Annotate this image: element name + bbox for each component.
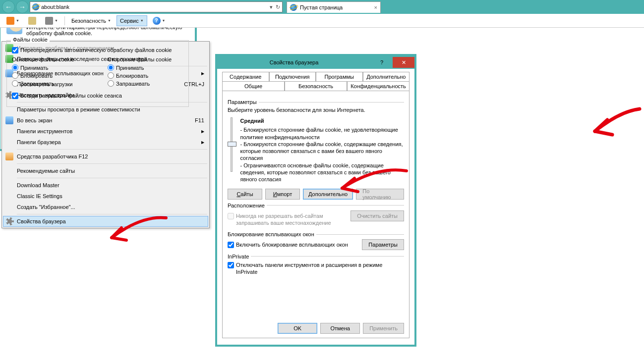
col2-heading: Сторонние файлы cookie — [108, 56, 183, 62]
help-button[interactable]: ?▼ — [149, 15, 169, 26]
tab-advanced[interactable]: Дополнительно — [363, 72, 410, 82]
menu-item-label: Панели браузера — [17, 139, 61, 145]
print-button[interactable]: ▼ — [42, 15, 61, 26]
dialog-title: Свойства браузера — [217, 59, 371, 65]
back-button[interactable]: ← — [2, 0, 15, 13]
menu-item[interactable]: Download Master — [3, 180, 208, 191]
menu-item-icon — [5, 116, 13, 124]
menu-item-label: Панели инструментов — [17, 128, 72, 134]
address-icons: ▾ ↻ — [270, 4, 280, 10]
menu-item[interactable]: Рекомендуемые сайты — [3, 165, 208, 176]
menu-item-label: Download Master — [17, 182, 59, 188]
help-icon: ? — [153, 17, 161, 25]
menu-item[interactable]: Свойства браузера — [3, 216, 208, 227]
cookies-fieldset: Файлы cookie Переопределить автоматическ… — [6, 40, 189, 107]
fp-block-radio[interactable]: Блокировать — [12, 72, 88, 79]
forward-button[interactable]: → — [16, 0, 29, 13]
fieldset-legend: Файлы cookie — [11, 37, 50, 43]
feeds-button[interactable]: ▼ — [3, 15, 23, 26]
ie-logo-icon — [32, 3, 39, 10]
close-icon[interactable]: × — [374, 4, 377, 10]
session-checkbox-input[interactable] — [12, 93, 18, 99]
popup-checkbox-input[interactable] — [228, 242, 234, 248]
menu-separator — [17, 163, 207, 164]
popup-checkbox[interactable]: Включить блокирование всплывающих окон — [228, 241, 358, 248]
override-checkbox[interactable]: Переопределить автоматическую обработку … — [12, 47, 183, 53]
third-party-column: Сторонние файлы cookie Принимать Блокиро… — [108, 56, 183, 88]
menu-item-icon — [5, 153, 13, 160]
menu-separator — [17, 178, 207, 178]
session-checkbox[interactable]: Всегда разрешать файлы cookie сеанса — [12, 92, 183, 99]
tp-accept-radio[interactable]: Принимать — [108, 64, 183, 71]
menu-item[interactable]: Classic IE Settings — [3, 191, 208, 202]
tab-row-2: Общие Безопасность Конфиденциальность — [222, 81, 410, 91]
read-mail-button[interactable] — [25, 15, 40, 26]
tab-programs[interactable]: Программы — [316, 72, 363, 82]
location-checkbox[interactable]: Никогда не разрешать веб-сайтам запрашив… — [228, 212, 347, 227]
popup-heading: Блокирование всплывающих окон — [228, 231, 404, 237]
help-button[interactable]: ? — [371, 57, 393, 68]
tab-security[interactable]: Безопасность — [285, 81, 347, 91]
submenu-arrow-icon: ▶ — [201, 140, 204, 145]
fp-ask-radio[interactable]: Запрашивать — [12, 80, 88, 87]
ok-button[interactable]: OK — [278, 323, 317, 334]
sites-button[interactable]: Сайты — [228, 189, 262, 200]
menu-item[interactable]: Панели браузера▶ — [3, 137, 208, 148]
params-hint: Выберите уровень безопасности для зоны И… — [228, 107, 404, 113]
override-checkbox-input[interactable] — [12, 47, 18, 53]
clear-sites-button[interactable]: Очистить сайты — [351, 210, 404, 221]
col1-heading: Основные файлы cookie — [12, 56, 88, 62]
menu-item[interactable]: Во весь экранF11 — [3, 115, 208, 126]
tab-content[interactable]: Содержание — [222, 72, 269, 82]
inprivate-checkbox-label: Отключать панели инструментов и расширен… — [236, 261, 404, 276]
location-checkbox-input[interactable] — [228, 213, 234, 219]
menu-item[interactable]: Создать "Избранное"... — [3, 202, 208, 212]
inprivate-checkbox[interactable]: Отключать панели инструментов и расширен… — [228, 261, 404, 276]
inprivate-checkbox-input[interactable] — [228, 262, 234, 268]
tp-ask-radio[interactable]: Запрашивать — [108, 80, 183, 87]
tab-general[interactable]: Общие — [222, 81, 285, 91]
address-row: ← → about:blank ▾ ↻ Пустая страница × — [0, 0, 644, 14]
menu-item-label: Classic IE Settings — [17, 193, 62, 199]
menu-separator — [17, 214, 207, 214]
menu-item-label: Свойства браузера — [17, 218, 66, 224]
mail-icon — [28, 17, 36, 25]
dialog-footer: OK Отмена Применить — [278, 323, 404, 334]
security-label: Безопасность — [71, 18, 106, 24]
default-button[interactable]: По умолчанию — [356, 189, 404, 200]
tp-block-radio[interactable]: Блокировать — [108, 72, 183, 79]
service-menu-button[interactable]: Сервис▼ — [117, 15, 147, 26]
tab-connections[interactable]: Подключения — [269, 72, 316, 82]
annotation-arrow — [585, 104, 644, 149]
session-checkbox-label: Всегда разрешать файлы cookie сеанса — [20, 92, 122, 99]
cancel-button[interactable]: Отмена — [320, 323, 360, 334]
cookie-columns: Основные файлы cookie Принимать Блокиров… — [12, 56, 183, 88]
toolbar: ▼ ▼ Безопасность▼ Сервис▼ ?▼ — [0, 14, 644, 28]
tab-panel: Параметры Выберите уровень безопасности … — [222, 91, 410, 338]
close-button[interactable]: ✕ — [393, 57, 414, 68]
dropdown-icon[interactable]: ▾ — [270, 4, 273, 10]
service-label: Сервис — [120, 18, 139, 24]
radio-label: Запрашивать — [116, 81, 150, 87]
import-button[interactable]: Импорт — [265, 189, 300, 200]
address-text: about:blank — [41, 4, 268, 10]
menu-item[interactable]: Средства разработчика F12 — [3, 151, 208, 162]
popup-params-button[interactable]: Параметры — [362, 239, 404, 250]
security-slider[interactable] — [228, 117, 235, 183]
radio-label: Блокировать — [116, 73, 148, 79]
security-level-area: Средний - Блокируются сторонние файлы co… — [228, 115, 404, 186]
browser-tab[interactable]: Пустая страница × — [287, 1, 381, 13]
security-description: Средний - Блокируются сторонние файлы co… — [240, 117, 404, 183]
fp-accept-radio[interactable]: Принимать — [12, 64, 88, 71]
security-menu-button[interactable]: Безопасность▼ — [68, 15, 115, 26]
address-bar[interactable]: about:blank ▾ ↻ — [30, 1, 283, 12]
menu-item[interactable]: Панели инструментов▶ — [3, 126, 208, 137]
apply-button[interactable]: Применить — [363, 323, 404, 334]
advanced-button[interactable]: Дополнительно — [303, 189, 353, 200]
level-name: Средний — [240, 117, 404, 124]
tab-privacy[interactable]: Конфиденциальность — [347, 81, 410, 91]
refresh-icon[interactable]: ↻ — [276, 4, 280, 10]
tab-title: Пустая страница — [300, 4, 343, 10]
print-icon — [45, 17, 53, 25]
browser-chrome: ← → about:blank ▾ ↻ Пустая страница × ▼ … — [0, 0, 644, 28]
